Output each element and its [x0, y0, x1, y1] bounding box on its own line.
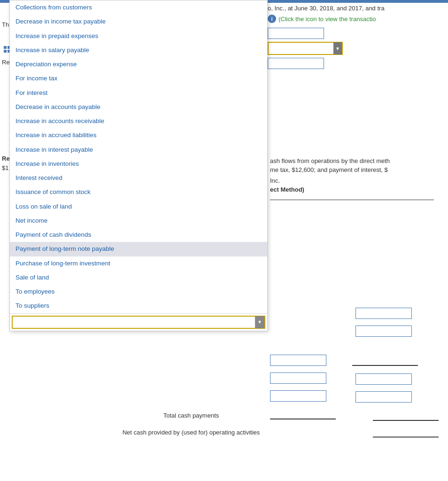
total-cash-label: Total cash payments [9, 412, 373, 419]
dropdown-item[interactable]: Purchase of long-term investment [10, 256, 267, 271]
totals-section: Total cash payments Net cash provided by… [0, 410, 448, 443]
dropdown-item[interactable]: For interest [10, 86, 267, 100]
re-label-2: Re [2, 155, 10, 162]
dropdown-item-payment-long-term[interactable]: Payment of long-term note payable [10, 242, 267, 256]
dropdown-item[interactable]: Increase in prepaid expenses [10, 29, 267, 43]
dollar-label: $1 [2, 164, 8, 171]
info-icon[interactable]: i [268, 15, 276, 23]
dropdown-item[interactable]: Increase in interest payable [10, 143, 267, 157]
select-input-arrow[interactable]: ▼ [255, 316, 264, 328]
dropdown-item[interactable]: Payment of cash dividends [10, 228, 267, 242]
dropdown-item[interactable]: Increase in inventories [10, 157, 267, 171]
right-select-box[interactable]: ▼ [268, 42, 343, 55]
right-input-2[interactable] [268, 58, 324, 69]
info-text: (Click the icon to view the transactio [278, 16, 376, 23]
right-extra-4 [355, 326, 412, 337]
method-text: ect Method) [270, 186, 448, 193]
form-input-2-underline[interactable] [352, 355, 418, 366]
net-cash-row: Net cash provided by (used for) operatin… [9, 427, 439, 438]
form-row-3 [270, 372, 326, 384]
right-extra-2 [355, 391, 412, 403]
total-cash-row: Total cash payments [9, 410, 439, 421]
dropdown-item[interactable]: Decrease in income tax payable [10, 15, 267, 29]
right-divider [270, 200, 434, 200]
right-extra-1 [355, 373, 412, 385]
form-input-1[interactable] [270, 355, 326, 366]
right-extra-input-1[interactable] [355, 373, 412, 385]
svg-rect-2 [4, 50, 7, 53]
right-select-arrow[interactable]: ▼ [333, 42, 342, 54]
net-cash-input-container [373, 427, 439, 438]
dropdown-item[interactable]: Interest received [10, 171, 267, 185]
right-extra-input-3[interactable] [355, 308, 412, 319]
dropdown-item[interactable]: For income tax [10, 71, 267, 85]
right-extra-input-2[interactable] [355, 391, 412, 403]
right-desc: ash flows from operations by the direct … [270, 157, 448, 193]
select-input-area: ▼ [10, 313, 267, 331]
right-header-text: o, Inc., at June 30, 2018, and 2017, and… [268, 5, 448, 12]
dropdown-overlay: Collections from customers Decrease in i… [9, 0, 268, 331]
form-input-4[interactable] [270, 390, 326, 402]
total-cash-input-container [373, 410, 439, 421]
dropdown-item[interactable]: Depreciation expense [10, 57, 267, 71]
right-input-row-1 [268, 28, 448, 39]
dropdown-item-sale-of-land[interactable]: Sale of land [10, 271, 267, 285]
right-extra-3 [355, 308, 412, 319]
dropdown-item[interactable]: Decrease in accounts payable [10, 100, 267, 114]
net-cash-input[interactable] [373, 427, 439, 438]
desc-text-1: ash flows from operations by the direct … [270, 157, 448, 164]
form-row-2b [352, 355, 418, 366]
company-inc: Inc. [270, 177, 448, 184]
desc-text-2: me tax, $12,600; and payment of interest… [270, 166, 448, 173]
svg-rect-0 [4, 46, 7, 49]
dropdown-item[interactable]: Increase in accounts receivable [10, 114, 267, 128]
dropdown-item[interactable]: Collections from customers [10, 0, 267, 15]
dropdown-item-net-income[interactable]: Net income [10, 214, 267, 228]
th-label: Th [2, 21, 9, 28]
right-input-row-2 [268, 58, 448, 69]
net-cash-label: Net cash provided by (used for) operatin… [9, 429, 373, 436]
select-input-box[interactable]: ▼ [12, 316, 265, 329]
dropdown-item-to-employees[interactable]: To employees [10, 285, 267, 299]
form-row-4 [270, 390, 326, 402]
dropdown-list: Collections from customers Decrease in i… [10, 0, 267, 313]
right-extra-input-4[interactable] [355, 326, 412, 337]
select-input-field[interactable] [13, 318, 255, 326]
dropdown-item-loss-on-sale[interactable]: Loss on sale of land [10, 200, 267, 214]
total-cash-input[interactable] [373, 410, 439, 421]
dropdown-item-to-suppliers[interactable]: To suppliers [10, 299, 267, 313]
dropdown-item[interactable]: Increase in salary payable [10, 43, 267, 57]
dropdown-item[interactable]: Issuance of common stock [10, 185, 267, 199]
right-input-1[interactable] [268, 28, 324, 39]
info-row: i (Click the icon to view the transactio [268, 15, 448, 23]
main-container: o, Inc., at June 30, 2018, and 2017, and… [0, 0, 448, 481]
form-row-1 [270, 355, 326, 366]
right-panel: o, Inc., at June 30, 2018, and 2017, and… [268, 5, 448, 72]
re-label: Re [2, 59, 10, 66]
form-input-3[interactable] [270, 372, 326, 384]
dropdown-item[interactable]: Increase in accrued liabilities [10, 128, 267, 142]
